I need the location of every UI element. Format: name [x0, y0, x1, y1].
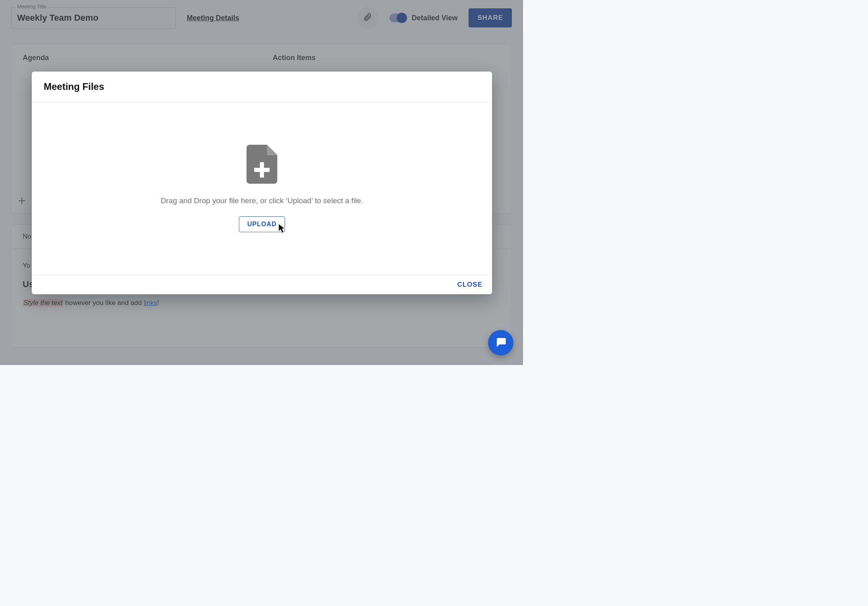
- file-add-icon: [246, 145, 277, 185]
- meeting-files-modal: Meeting Files Drag and Drop your file he…: [32, 72, 492, 294]
- svg-rect-3: [254, 168, 270, 172]
- chat-icon: [495, 336, 507, 350]
- help-chat-button[interactable]: [488, 330, 513, 355]
- upload-button[interactable]: UPLOAD: [239, 216, 285, 232]
- modal-footer: CLOSE: [32, 275, 492, 294]
- modal-header: Meeting Files: [32, 72, 492, 102]
- modal-title: Meeting Files: [44, 81, 480, 92]
- drop-instruction-text: Drag and Drop your file here, or click ‘…: [161, 196, 363, 205]
- close-button[interactable]: CLOSE: [457, 281, 482, 289]
- file-drop-zone[interactable]: Drag and Drop your file here, or click ‘…: [32, 102, 492, 275]
